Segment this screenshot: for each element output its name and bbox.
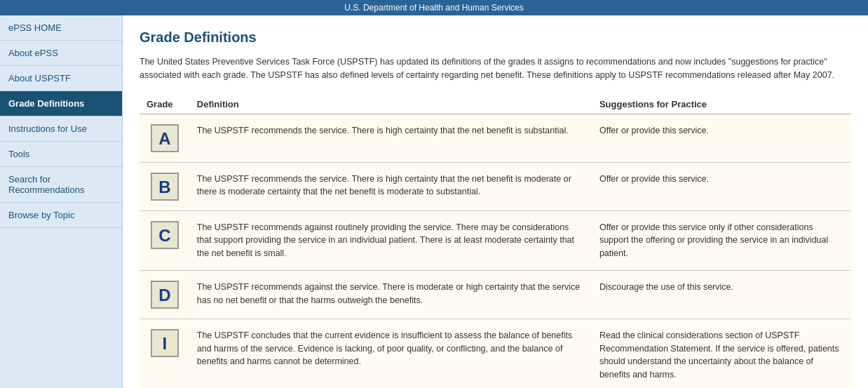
col-header-definition: Definition bbox=[190, 95, 592, 114]
grades-table: Grade Definition Suggestions for Practic… bbox=[140, 95, 851, 389]
grade-letter-cell-c: C bbox=[140, 210, 190, 270]
sidebar-item-grade-definitions[interactable]: Grade Definitions bbox=[0, 91, 122, 116]
grade-box-c: C bbox=[151, 221, 179, 249]
intro-text: The United States Preventive Services Ta… bbox=[140, 55, 851, 82]
sidebar-item-browse-by-topic[interactable]: Browse by Topic bbox=[0, 203, 122, 228]
grade-definition-d: The USPSTF recommends against the servic… bbox=[190, 270, 592, 319]
sidebar-item-instructions-for-use[interactable]: Instructions for Use bbox=[0, 116, 122, 142]
grade-suggestion-b: Offer or provide this service. bbox=[592, 162, 851, 210]
grade-suggestion-d: Discourage the use of this service. bbox=[592, 270, 851, 319]
grade-letter-cell-b: B bbox=[140, 162, 190, 210]
grade-row-b: BThe USPSTF recommends the service. Ther… bbox=[140, 162, 851, 210]
top-bar: U.S. Department of Health and Human Serv… bbox=[0, 0, 868, 15]
grade-row-c: CThe USPSTF recommends against routinely… bbox=[140, 210, 851, 270]
grade-definition-a: The USPSTF recommends the service. There… bbox=[190, 114, 592, 162]
grades-tbody: AThe USPSTF recommends the service. Ther… bbox=[140, 114, 851, 388]
col-header-grade: Grade bbox=[140, 95, 190, 114]
sidebar-item-about-uspstf[interactable]: About USPSTF bbox=[0, 66, 122, 91]
grade-row-a: AThe USPSTF recommends the service. Ther… bbox=[140, 114, 851, 162]
grade-definition-i: The USPSTF concludes that the current ev… bbox=[190, 319, 592, 388]
grade-box-i: I bbox=[151, 329, 179, 357]
grade-letter-cell-i: I bbox=[140, 319, 190, 388]
grade-letter-cell-d: D bbox=[140, 270, 190, 319]
main-content: Grade Definitions The United States Prev… bbox=[123, 15, 868, 388]
sidebar-item-tools[interactable]: Tools bbox=[0, 142, 122, 167]
grade-box-b: B bbox=[151, 173, 179, 201]
grade-suggestion-c: Offer or provide this service only if ot… bbox=[592, 210, 851, 270]
grade-suggestion-i: Read the clinical considerations section… bbox=[592, 319, 851, 388]
sidebar-item-about-epss[interactable]: About ePSS bbox=[0, 41, 122, 66]
page-title: Grade Definitions bbox=[140, 29, 851, 46]
grade-suggestion-a: Offer or provide this service. bbox=[592, 114, 851, 162]
sidebar-item-epss-home[interactable]: ePSS HOME bbox=[0, 15, 122, 41]
grade-definition-c: The USPSTF recommends against routinely … bbox=[190, 210, 592, 270]
grade-row-d: DThe USPSTF recommends against the servi… bbox=[140, 270, 851, 319]
grade-box-a: A bbox=[151, 124, 179, 152]
grade-letter-cell-a: A bbox=[140, 114, 190, 162]
sidebar: ePSS HOMEAbout ePSSAbout USPSTFGrade Def… bbox=[0, 15, 123, 388]
top-bar-text: U.S. Department of Health and Human Serv… bbox=[344, 3, 523, 13]
grade-definition-b: The USPSTF recommends the service. There… bbox=[190, 162, 592, 210]
grade-row-i: IThe USPSTF concludes that the current e… bbox=[140, 319, 851, 388]
col-header-suggestions: Suggestions for Practice bbox=[592, 95, 851, 114]
sidebar-item-search-for-recommendations[interactable]: Search for Recommendations bbox=[0, 167, 122, 203]
grade-box-d: D bbox=[151, 281, 179, 309]
